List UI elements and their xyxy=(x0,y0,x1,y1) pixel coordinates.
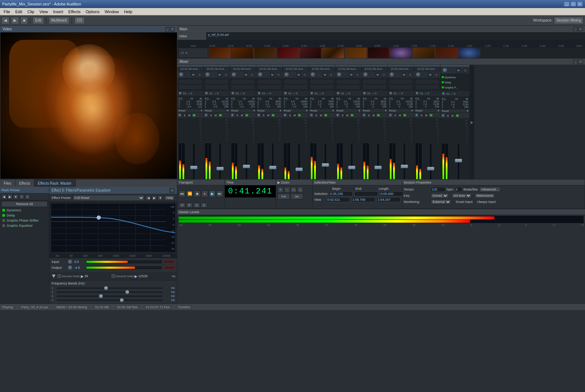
menu-help[interactable]: Help xyxy=(122,9,135,15)
ch-send-knob-4[interactable] xyxy=(284,91,287,95)
ch-ms-m-1[interactable]: M xyxy=(214,113,218,117)
ch-pan-knob-2[interactable] xyxy=(231,113,234,117)
ch-send-knob-3[interactable] xyxy=(257,91,261,95)
ch-mute-3[interactable]: M xyxy=(270,72,275,77)
ch-ms-m-7[interactable]: M xyxy=(371,113,376,117)
sync-btn[interactable]: S xyxy=(193,203,200,208)
play-btn[interactable]: ▶ xyxy=(209,191,216,197)
ch-mute-0[interactable]: M xyxy=(191,72,196,77)
fader-thumb-7[interactable] xyxy=(374,166,382,169)
ch-ms-m-8[interactable]: M xyxy=(398,113,402,117)
ch-square-6[interactable]: □ xyxy=(355,72,360,77)
ch-square-4[interactable]: □ xyxy=(303,72,307,77)
rack-del-btn[interactable]: × xyxy=(25,194,30,199)
ch-ms-s-0[interactable]: S xyxy=(182,113,187,117)
zoom-out-h[interactable]: - xyxy=(284,187,290,193)
fader-0[interactable] xyxy=(185,143,202,179)
ch-pan-knob-4[interactable] xyxy=(283,113,287,117)
ch-mute-9[interactable]: M xyxy=(428,72,433,77)
ch-pan-knob-8[interactable] xyxy=(389,113,392,117)
so-arrow-right-1[interactable]: ▶ xyxy=(81,274,84,278)
mixer-scroll-right[interactable]: ▶ xyxy=(470,65,474,179)
fast-rev-btn[interactable]: ⏪ xyxy=(186,191,193,197)
ch-ms-s-2[interactable]: S xyxy=(235,113,239,117)
ch-pan-5[interactable] xyxy=(317,73,321,76)
preset-next-icon[interactable]: ▶ xyxy=(152,195,157,200)
fader-8[interactable] xyxy=(396,143,412,179)
ch-square-1[interactable]: □ xyxy=(224,72,228,77)
ch-pan-2[interactable] xyxy=(238,73,242,76)
fader-thumb-4[interactable] xyxy=(295,167,303,171)
main-maximize-icon[interactable]: □ xyxy=(578,27,583,31)
ch-pan-knob-6[interactable] xyxy=(336,113,340,117)
ch-square-8[interactable]: □ xyxy=(408,72,412,77)
ch-vol-knob-7[interactable] xyxy=(363,72,368,77)
ch-ms-s-4[interactable]: S xyxy=(288,113,292,117)
ch-pan-knob-7[interactable] xyxy=(362,113,366,117)
effect-preset-select[interactable]: Full Reset xyxy=(73,195,145,201)
ch-pan-knob-0[interactable] xyxy=(178,113,182,117)
tempo-input[interactable] xyxy=(431,187,445,192)
ch-ms-r-2[interactable]: R xyxy=(245,113,249,117)
ch-ms-m-9[interactable]: M xyxy=(424,113,429,117)
so-arrow-left[interactable]: ▼ xyxy=(51,273,57,279)
ch-pan-9[interactable] xyxy=(423,73,426,76)
band-slider-3[interactable] xyxy=(57,295,162,297)
ch-pan-7[interactable] xyxy=(370,73,374,76)
view-end-input[interactable] xyxy=(351,197,375,202)
record-btn[interactable]: ● xyxy=(201,191,208,197)
effect-item-eq[interactable]: Graphic Equalizer xyxy=(0,223,49,228)
fader-1[interactable] xyxy=(212,143,228,179)
ch-pan-knob-3[interactable] xyxy=(257,113,261,117)
ch-square-0[interactable]: □ xyxy=(197,72,202,77)
mixer-content[interactable]: Kick/Snare L [015] SB Aud... M □ S1 -∞ 0 xyxy=(177,65,585,179)
band-thumb-3[interactable] xyxy=(99,294,103,298)
remove-all-button[interactable]: Remove All xyxy=(1,201,48,207)
workspace-value[interactable]: Session Mixing xyxy=(554,17,584,24)
stop-btn[interactable]: ■ xyxy=(194,191,200,197)
fader-thumb-1[interactable] xyxy=(216,167,224,170)
mixer-minimize-icon[interactable]: _ xyxy=(573,60,578,64)
ch-ms-r-3[interactable]: R xyxy=(271,113,275,117)
video-maximize-icon[interactable]: □ xyxy=(170,27,175,31)
ch-vol-knob-10[interactable] xyxy=(442,68,448,73)
rewind-btn[interactable]: ⏮ xyxy=(179,191,185,197)
ch-ms-s-9[interactable]: S xyxy=(419,113,424,117)
sel-length-input[interactable] xyxy=(380,191,403,196)
menu-insert[interactable]: Insert xyxy=(51,9,65,15)
ch-send-knob-9[interactable] xyxy=(415,91,419,95)
ch-ms-s-1[interactable]: S xyxy=(209,113,213,117)
beats-input[interactable] xyxy=(455,187,462,192)
eq-point-1[interactable] xyxy=(97,216,101,219)
fader-thumb-10[interactable] xyxy=(455,159,462,162)
loop-btn[interactable]: ↺ xyxy=(179,203,185,208)
ch-vol-knob-3[interactable] xyxy=(258,72,263,77)
ch-mute-6[interactable]: M xyxy=(349,72,354,77)
monitoring-select[interactable]: External xyxy=(431,199,451,204)
ch-pan-6[interactable] xyxy=(344,73,347,76)
band-slider-2[interactable] xyxy=(57,291,162,293)
ch-send-knob-6[interactable] xyxy=(336,91,340,95)
edit-btn[interactable]: Edit xyxy=(33,17,44,24)
fast-fwd-btn[interactable]: ⏭ xyxy=(216,191,223,197)
fader-thumb-2[interactable] xyxy=(243,165,250,168)
effect-item-phase-shifter[interactable]: Graphic Phase Shifter xyxy=(0,218,49,223)
zoom-in-v[interactable]: +↕ xyxy=(291,187,297,193)
ch-ms-m-4[interactable]: M xyxy=(292,113,297,117)
band-thumb-1[interactable] xyxy=(104,286,108,290)
rack-add-btn[interactable]: + xyxy=(19,194,24,199)
effect-item-dynamics[interactable]: Dynamics xyxy=(0,208,49,213)
so-checkbox-2[interactable] xyxy=(112,274,115,278)
ch-pan-10[interactable] xyxy=(450,68,454,72)
fader-thumb-8[interactable] xyxy=(401,165,408,168)
ch-mute-2[interactable]: M xyxy=(244,72,248,77)
ch-ms-r-8[interactable]: R xyxy=(403,113,407,117)
view-length-input[interactable] xyxy=(377,197,400,202)
rack-next-btn[interactable]: ▶ xyxy=(7,194,12,199)
tab-effects-rack[interactable]: Effects Rack: Master xyxy=(34,180,76,187)
toolbar-prev[interactable]: ◀ xyxy=(1,17,10,24)
help-button[interactable]: Help xyxy=(164,195,175,200)
advanced-btn[interactable]: Advanced... xyxy=(479,187,501,192)
ch-pan-knob-1[interactable] xyxy=(204,113,208,117)
ch-ms-m-2[interactable]: M xyxy=(240,113,244,117)
